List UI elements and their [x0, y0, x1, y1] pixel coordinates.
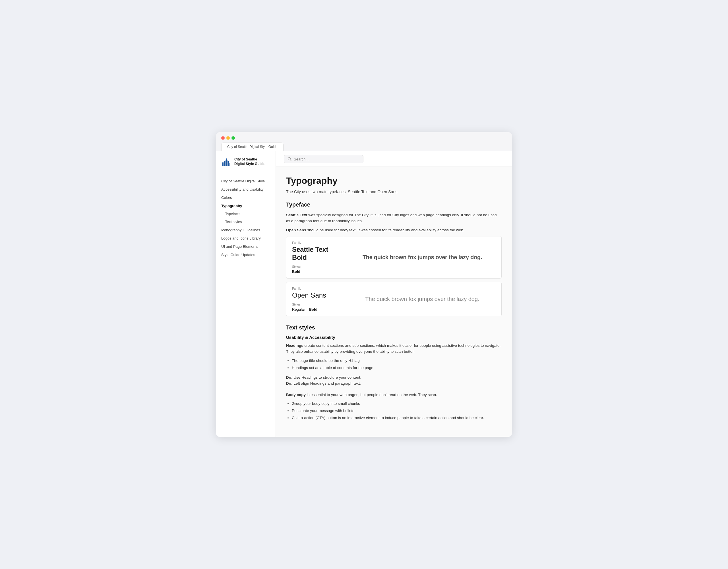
- sidebar-item-accessibility[interactable]: Accessibility and Usability: [216, 185, 276, 193]
- typeface-desc2: Open Sans should be used for body text. …: [286, 227, 502, 233]
- typeface-desc1-text: was specially designed for The City. It …: [286, 213, 497, 223]
- headings-bullet-list: The page title should be the only H1 tag…: [292, 358, 502, 371]
- body-copy-bold: Body copy: [286, 393, 306, 397]
- app-layout: City of Seattle Digital Style Guide City…: [216, 151, 512, 437]
- svg-point-5: [226, 159, 228, 161]
- family-name-opensans: Open Sans: [292, 291, 337, 299]
- browser-tab[interactable]: City of Seattle Digital Style Guide: [221, 142, 284, 151]
- typeface-desc1: Seattle Text was specially designed for …: [286, 212, 502, 224]
- seattle-logo-icon: [221, 157, 231, 167]
- sidebar-item-iconography[interactable]: Iconography Guidelines: [216, 226, 276, 234]
- preview-opensans-text: The quick brown fox jumps over the lazy …: [365, 296, 479, 303]
- sidebar-logo: City of Seattle Digital Style Guide: [216, 157, 276, 173]
- search-icon: [288, 157, 291, 161]
- styles-label-2: Styles: [292, 303, 337, 306]
- browser-dots: [221, 136, 507, 140]
- search-bar-row: [276, 151, 512, 166]
- svg-rect-1: [222, 162, 224, 166]
- bullet-item-5: Call-to-action (CTA) button is an intera…: [292, 415, 502, 421]
- section-divider: [286, 387, 502, 392]
- search-bar[interactable]: [284, 155, 363, 163]
- family-label-2: Family: [292, 287, 337, 290]
- typeface-section-heading: Typeface: [286, 201, 502, 208]
- page-intro: The City uses two main typefaces, Seattl…: [286, 189, 502, 194]
- svg-rect-6: [227, 161, 229, 166]
- sidebar-item-typography[interactable]: Typography: [216, 202, 276, 210]
- bullet-item-2: Headings act as a table of contents for …: [292, 365, 502, 371]
- do-text-1-content: Use Headings to structure your content.: [293, 375, 361, 380]
- do-bold-2: Do:: [286, 381, 293, 386]
- sidebar: City of Seattle Digital Style Guide City…: [216, 151, 276, 437]
- typeface-info-opensans: Family Open Sans Styles Regular Bold: [286, 282, 343, 316]
- svg-line-9: [290, 160, 291, 161]
- family-label-1: Family: [292, 241, 337, 244]
- close-dot[interactable]: [221, 136, 225, 140]
- sidebar-item-typeface[interactable]: Typeface: [216, 210, 276, 218]
- preview-seattle-text: The quick brown fox jumps over the lazy …: [363, 254, 482, 260]
- browser-window: City of Seattle Digital Style Guide: [216, 132, 512, 437]
- sidebar-item-logos[interactable]: Logos and Icons Library: [216, 234, 276, 242]
- page-title: Typography: [286, 175, 502, 186]
- sidebar-item-text-styles[interactable]: Text styles: [216, 218, 276, 226]
- family-name-seattle: Seattle Text Bold: [292, 245, 337, 261]
- sidebar-item-city-digital-style[interactable]: City of Seattle Digital Style ...: [216, 177, 276, 185]
- browser-chrome: City of Seattle Digital Style Guide: [216, 132, 512, 151]
- typeface-cards: Family Seattle Text Bold Styles Bold The…: [286, 236, 502, 317]
- sidebar-item-colors[interactable]: Colors: [216, 193, 276, 202]
- typeface-preview-seattle: The quick brown fox jumps over the lazy …: [343, 236, 501, 278]
- content-area: Typography The City uses two main typefa…: [276, 166, 512, 437]
- svg-rect-2: [224, 161, 226, 166]
- headings-desc: Headings create content sections and sub…: [286, 343, 502, 355]
- browser-tabs: City of Seattle Digital Style Guide: [221, 142, 507, 151]
- text-styles-heading: Text styles: [286, 324, 502, 331]
- sidebar-item-style-guide-updates[interactable]: Style Guide Updates: [216, 250, 276, 259]
- headings-desc-text: create content sections and sub-sections…: [286, 344, 501, 354]
- minimize-dot[interactable]: [226, 136, 230, 140]
- fullscreen-dot[interactable]: [231, 136, 235, 140]
- svg-rect-7: [229, 163, 230, 166]
- body-copy-desc: Body copy is essential to your web pages…: [286, 392, 502, 398]
- bullet-item-1: The page title should be the only H1 tag: [292, 358, 502, 364]
- bullet-item-4: Punctuate your message with bullets: [292, 408, 502, 414]
- styles-value-opensans: Regular Bold: [292, 307, 337, 312]
- typeface-preview-opensans: The quick brown fox jumps over the lazy …: [343, 282, 501, 316]
- typeface-desc2-text: should be used for body text. It was cho…: [307, 228, 464, 232]
- typeface-card-opensans: Family Open Sans Styles Regular Bold The…: [286, 282, 502, 317]
- search-input[interactable]: [294, 157, 360, 161]
- body-copy-text: is essential to your web pages, but peop…: [307, 393, 437, 397]
- styles-value-seattle: Bold: [292, 269, 337, 274]
- typeface-info-seattle: Family Seattle Text Bold Styles Bold: [286, 236, 343, 278]
- headings-bold: Headings: [286, 344, 303, 348]
- open-sans-bold-label: Open Sans: [286, 228, 306, 232]
- main-content: Typography The City uses two main typefa…: [276, 151, 512, 437]
- do-text-2: Do: Left align Headings and paragraph te…: [286, 381, 502, 386]
- do-bold-1: Do:: [286, 375, 293, 380]
- bullet-item-3: Group your body copy into small chunks: [292, 401, 502, 407]
- body-copy-bullet-list: Group your body copy into small chunks P…: [292, 401, 502, 421]
- sidebar-nav: City of Seattle Digital Style ...Accessi…: [216, 177, 276, 259]
- usability-heading: Usability & Accessibility: [286, 335, 502, 340]
- sidebar-logo-text: City of Seattle Digital Style Guide: [234, 157, 264, 166]
- do-text-1: Do: Use Headings to structure your conte…: [286, 375, 502, 380]
- text-styles-section: Text styles Usability & Accessibility He…: [286, 324, 502, 421]
- seattle-text-bold-label: Seattle Text: [286, 213, 307, 217]
- do-text-2-content: Left align Headings and paragraph text.: [293, 381, 361, 386]
- styles-label-1: Styles: [292, 265, 337, 268]
- typeface-card-seattle: Family Seattle Text Bold Styles Bold The…: [286, 236, 502, 278]
- sidebar-item-ui-page[interactable]: UI and Page Elements: [216, 242, 276, 250]
